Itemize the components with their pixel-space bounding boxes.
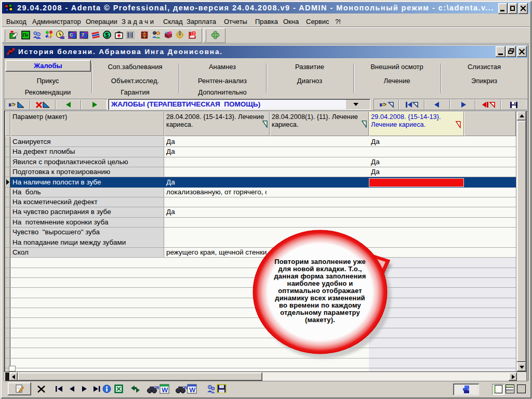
svg-text:W: W [162, 386, 168, 394]
svg-text:$: $ [105, 32, 109, 39]
svg-text:?: ? [193, 31, 195, 36]
svg-text:7: 7 [82, 32, 84, 37]
svg-text:C: C [70, 32, 73, 37]
svg-text:W: W [155, 385, 159, 390]
svg-text:W: W [189, 386, 196, 394]
